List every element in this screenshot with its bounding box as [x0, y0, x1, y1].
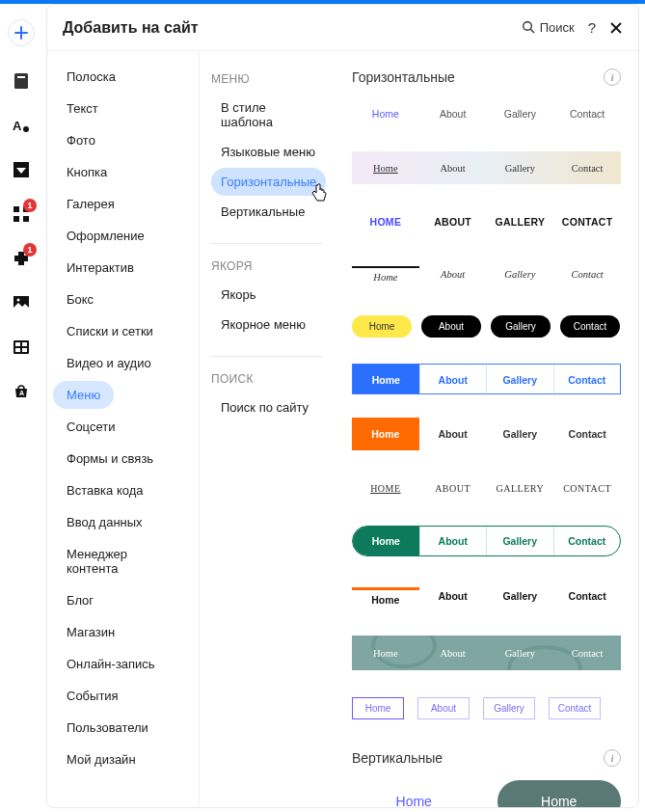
category-item[interactable]: Блог — [53, 586, 107, 614]
category-item[interactable]: Полоска — [53, 63, 129, 91]
category-item[interactable]: Текст — [53, 95, 112, 122]
horizontal-menu-preview[interactable]: HOMEABOUTGALLERYCONTACT — [352, 474, 621, 502]
rail-add-button[interactable] — [8, 19, 35, 46]
rail-apps-icon[interactable]: 1 — [12, 204, 31, 224]
subcategory-list: МЕНЮВ стиле шаблонаЯзыковые менюГоризонт… — [200, 51, 335, 807]
category-item[interactable]: Кнопка — [53, 158, 121, 186]
menu-item-preview: Gallery — [491, 315, 551, 338]
rail-store-icon[interactable]: A — [12, 382, 31, 401]
rail-extensions-icon[interactable]: 1 — [12, 249, 31, 268]
close-button[interactable] — [609, 21, 623, 35]
vertical-menu-preview[interactable]: Home — [352, 780, 476, 807]
subgroup-label: ЯКОРЯ — [211, 259, 331, 273]
menu-item-preview: About — [419, 648, 487, 659]
vertical-menu-preview[interactable]: Home — [497, 780, 622, 807]
menu-item-preview: Home — [352, 266, 419, 283]
horizontal-menu-preview[interactable]: HomeAboutGalleryContact — [352, 636, 621, 670]
category-item[interactable]: Вставка кода — [53, 476, 157, 504]
menu-item-preview: Home — [352, 587, 419, 606]
category-item[interactable]: Формы и связь — [53, 445, 167, 473]
horizontal-menu-preview[interactable]: HomeAboutGalleryContact — [352, 580, 621, 612]
menu-item-preview: About — [420, 527, 488, 555]
menu-item-preview: Contact — [560, 315, 620, 338]
menu-item-preview: Gallery — [487, 648, 554, 659]
menu-item-preview: Contact — [553, 163, 621, 174]
rail-pages-icon[interactable] — [12, 71, 31, 91]
svg-rect-14 — [15, 348, 20, 352]
subcategory-item[interactable]: Вертикальные — [211, 198, 314, 226]
rail-badge: 1 — [23, 243, 37, 257]
search-button[interactable]: Поиск — [522, 20, 575, 35]
menu-item-preview: Contact — [549, 697, 601, 719]
category-item[interactable]: Магазин — [53, 618, 128, 646]
category-item[interactable]: Мой дизайн — [53, 745, 149, 773]
info-icon[interactable]: i — [604, 68, 621, 86]
rail-crop-icon[interactable] — [12, 160, 31, 179]
subcategory-item[interactable]: Языковые меню — [211, 138, 325, 166]
rail-media-icon[interactable] — [12, 293, 31, 312]
horizontal-menu-preview[interactable]: HomeAboutGalleryContact — [352, 259, 621, 288]
menu-item-preview: CONTACT — [553, 216, 621, 228]
category-item[interactable]: Менеджер контента — [53, 540, 193, 582]
category-item[interactable]: Меню — [53, 381, 114, 409]
category-item[interactable]: Фото — [53, 126, 109, 154]
menu-item-preview: Contact — [553, 108, 621, 120]
subgroup-label: МЕНЮ — [211, 72, 331, 86]
subgroup-label: ПОИСК — [211, 372, 331, 386]
horizontal-menu-preview[interactable]: HomeAboutGalleryContact — [352, 693, 621, 722]
rail-data-icon[interactable] — [12, 338, 31, 357]
subcategory-item[interactable]: Горизонтальные — [211, 168, 326, 196]
category-list: ПолоскаТекстФотоКнопкаГалереяОформлениеИ… — [47, 51, 200, 807]
menu-item-preview: Contact — [553, 590, 621, 602]
info-icon[interactable]: i — [604, 749, 621, 767]
horizontal-menu-preview[interactable]: HomeAboutGalleryContact — [352, 526, 621, 556]
section-title-vertical: Вертикальные — [352, 750, 604, 766]
menu-item-preview: About — [421, 315, 481, 338]
menu-item-preview: Home — [353, 527, 420, 555]
add-panel: Добавить на сайт Поиск ? ПолоскаТекстФот… — [46, 4, 639, 808]
menu-item-preview: Gallery — [487, 590, 554, 602]
menu-item-preview: Contact — [554, 365, 621, 393]
category-item[interactable]: Видео и аудио — [53, 349, 165, 377]
help-button[interactable]: ? — [588, 19, 596, 36]
category-item[interactable]: Интерактив — [53, 254, 148, 282]
menu-item-preview: About — [419, 163, 487, 174]
category-item[interactable]: Ввод данных — [53, 508, 156, 536]
category-item[interactable]: Галерея — [53, 190, 128, 218]
menu-item-preview: Home — [352, 418, 419, 450]
category-item[interactable]: Списки и сетки — [53, 317, 167, 345]
menu-item-preview: Contact — [553, 648, 621, 659]
category-item[interactable]: Соцсети — [53, 413, 128, 441]
menu-item-preview: About — [419, 108, 487, 120]
menu-item-preview: Home — [352, 108, 419, 120]
category-item[interactable]: Пользователи — [53, 714, 162, 742]
menu-item-preview: About — [419, 269, 487, 280]
menu-item-preview: About — [417, 697, 470, 719]
menu-item-preview: Contact — [553, 428, 621, 440]
horizontal-menu-preview[interactable]: HomeAboutGalleryContact — [352, 311, 621, 340]
search-icon — [522, 20, 536, 35]
svg-line-18 — [530, 29, 534, 33]
menu-item-preview: Home — [352, 315, 412, 338]
horizontal-menu-preview[interactable]: HomeAboutGalleryContact — [352, 364, 621, 394]
horizontal-menu-preview[interactable]: HomeAboutGalleryContact — [352, 151, 621, 184]
subcategory-item[interactable]: В стиле шаблона — [211, 94, 331, 136]
svg-text:A: A — [13, 119, 22, 133]
category-item[interactable]: Оформление — [53, 222, 158, 250]
svg-rect-15 — [22, 348, 27, 352]
horizontal-menu-preview[interactable]: HomeAboutGalleryContact — [352, 418, 621, 450]
svg-text:A: A — [19, 390, 24, 396]
category-item[interactable]: Бокс — [53, 285, 107, 313]
editor-left-rail: A 1 1 A — [0, 4, 42, 812]
subcategory-item[interactable]: Якорное меню — [211, 311, 315, 338]
rail-text-icon[interactable]: A — [12, 116, 31, 135]
menu-item-preview: Gallery — [487, 365, 554, 393]
subcategory-item[interactable]: Якорь — [211, 281, 265, 309]
menu-item-preview: Gallery — [487, 428, 554, 440]
category-item[interactable]: Онлайн-запись — [53, 650, 169, 678]
horizontal-menu-preview[interactable]: HOMEABOUTGALLERYCONTACT — [352, 207, 621, 236]
subcategory-item[interactable]: Поиск по сайту — [211, 393, 318, 421]
horizontal-menu-preview[interactable]: HomeAboutGalleryContact — [352, 99, 621, 128]
menu-item-preview: CONTACT — [553, 483, 621, 494]
category-item[interactable]: События — [53, 682, 132, 710]
